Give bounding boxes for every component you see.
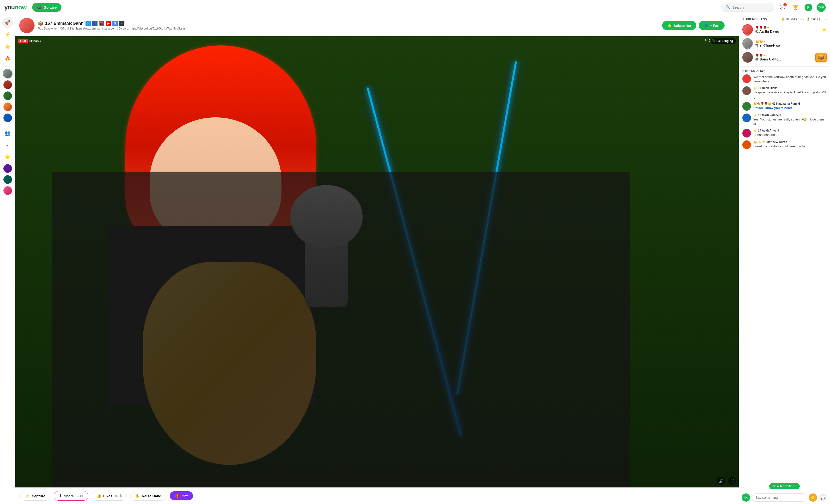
notifications-button[interactable]: 💬 1 [778, 3, 787, 12]
chat-body-5: 👑 ⭐ 21 Matthew Curtis i need my hoodie i… [754, 140, 827, 148]
like-icon: 👍 [97, 494, 101, 498]
facebook-icon[interactable]: f [92, 21, 97, 26]
user-avatar-button[interactable]: YOU [817, 3, 826, 12]
chat-avatar-0[interactable] [742, 74, 751, 83]
action-bar: ⚡ Capture ⬆ Share 3.1k 👍 Likes 5.1k ✋ Ra… [15, 488, 739, 504]
audience-title: AUDIENCE (172) [742, 17, 767, 21]
sidebar-icon-favorites[interactable]: ⭐ [2, 152, 13, 162]
sidebar-user-3[interactable] [3, 91, 12, 101]
streamer-name-row: 📦 167 EmmaMcGann 🐦 f 📷 ▶ G t [38, 21, 659, 26]
volume-button[interactable]: 🔊 [717, 477, 725, 485]
search-input[interactable] [732, 5, 770, 9]
rank-badge-1: #1 [745, 33, 750, 36]
chat-avatar-4[interactable] [742, 129, 751, 137]
chat-message-0: We met at the YouNow booth during VidCon… [742, 74, 827, 83]
left-sidebar: 🚀 ⚡ ⭐ 🔥 👥 ··· ⭐ [0, 15, 15, 504]
audience-member-1[interactable]: #1 🌹🌹🌹★ 52 Aarthi Davis ⭐ [742, 23, 827, 36]
sidebar-user-7[interactable] [3, 175, 12, 184]
sidebar-divider-2 [4, 125, 11, 125]
share-count: 3.1k [76, 494, 83, 498]
sidebar-user-4[interactable] [3, 102, 12, 111]
fan-button[interactable]: 👤 + Fan [699, 21, 725, 30]
streamer-emoji: 📦 [38, 21, 43, 26]
go-live-button[interactable]: 📹 Go Live [32, 3, 62, 12]
chat-username-4: ⭐ 14 Azah Anyeni [754, 129, 827, 132]
sidebar-icon-lightning[interactable]: ⚡ [2, 29, 13, 40]
instagram-icon[interactable]: 📷 [99, 21, 104, 26]
sidebar-icon-star[interactable]: ⭐ [2, 41, 13, 52]
streamer-info-bar: 📦 167 EmmaMcGann 🐦 f 📷 ▶ G t Pop Songwri… [15, 15, 739, 36]
share-icon: ⬆ [59, 494, 62, 498]
chat-text-3: Yes! Your stories are really so funny😂. … [754, 117, 827, 126]
chat-avatar-3[interactable] [742, 113, 751, 122]
audience-emojis-3: 🌹🌹★ [755, 54, 813, 57]
rewards-button[interactable]: P [804, 3, 813, 12]
gift-label: Gift [182, 494, 188, 498]
gift-button[interactable]: 🎁 Gift [170, 491, 193, 500]
chat-body-1: ⭐ 17 Dean Hicks He gave me a kiss at Pla… [754, 87, 827, 99]
tumblr-icon[interactable]: t [119, 21, 124, 26]
raised-count: 10 [798, 18, 801, 21]
raised-stat: ✋ Raised (10) [781, 18, 804, 21]
sidebar-user-8[interactable] [3, 186, 12, 195]
chat-avatar-2[interactable] [742, 102, 751, 111]
chest-reward[interactable]: 📦 [816, 53, 827, 62]
chat-emoji-button[interactable]: 💬 [819, 494, 827, 502]
chat-user-avatar[interactable]: YOU [742, 494, 750, 502]
chat-message-2: 👑🎭🌹🌹👑 42 Katayama Fumiki Rafael I know y… [742, 102, 827, 111]
chat-text-5: i need my hoodie its cold here now lol [754, 144, 827, 148]
google-icon[interactable]: G [113, 21, 118, 26]
chat-title: STREAM CHAT [739, 67, 830, 74]
sidebar-user-1[interactable] [3, 69, 12, 78]
likes-button[interactable]: 👍 Likes 5.1k [92, 491, 127, 501]
sidebar-user-5[interactable] [3, 113, 12, 123]
audience-member-3[interactable]: 🌹🌹★ 48 Boris Ukhtc... 📦 [742, 51, 827, 64]
chat-input[interactable] [752, 494, 807, 502]
capture-button[interactable]: ⚡ Capture [20, 491, 51, 501]
search-bar: 🔍 [722, 3, 774, 12]
social-icons: 🐦 f 📷 ▶ G t [86, 21, 124, 26]
trophy-button[interactable]: 🏆 [791, 3, 800, 12]
sidebar-icon-more[interactable]: ··· [2, 140, 13, 150]
chat-message-1: ⭐ 17 Dean Hicks He gave me a kiss at Pla… [742, 87, 827, 99]
audience-info-2: 👑👑★ 75 Yi Chun-Hwa [755, 40, 827, 47]
star-icon-1: ⭐ [754, 87, 757, 90]
chat-text-2: Rafael I know you're here! [754, 106, 827, 110]
subscribe-label: Subscribe [673, 24, 691, 28]
category-badge: 🎵 #1 Singing [711, 38, 736, 44]
audience-member-2[interactable]: #2 👑👑★ 75 Yi Chun-Hwa [742, 37, 827, 50]
youtube-icon[interactable]: ▶ [106, 21, 111, 26]
raise-hand-button[interactable]: ✋ Raise Hand [130, 491, 166, 501]
hand-icon: ✋ [135, 494, 140, 498]
sidebar-user-2[interactable] [3, 80, 12, 90]
chat-avatar-1[interactable] [742, 87, 751, 95]
likes-label: Likes [103, 494, 113, 498]
fullscreen-button[interactable]: ⛶ [728, 477, 736, 485]
subscribe-icon: ⭐ [667, 23, 672, 28]
audience-section: AUDIENCE (172) ✋ Raised (10) 🏅 Subs (15) [739, 15, 830, 66]
chat-text-1: He gave me a kiss at Playlist Live! Are … [754, 90, 827, 99]
capture-label: Capture [32, 494, 45, 498]
streamer-actions: ⭐ Subscribe 👤 + Fan ··· [662, 21, 735, 30]
more-options-button[interactable]: ··· [727, 22, 735, 29]
streamer-avatar[interactable] [19, 18, 35, 33]
sidebar-icon-people[interactable]: 👥 [2, 128, 13, 138]
music-icon: 🎵 [713, 39, 717, 43]
rank-badge-2: #2 [745, 47, 750, 49]
chat-avatar-5[interactable] [742, 140, 751, 149]
chat-coin-button[interactable]: ⭐ [809, 494, 817, 502]
new-messages-button[interactable]: NEW MESSAGES [769, 483, 800, 490]
hand-raised-icon: ✋ [781, 18, 785, 21]
right-sidebar: AUDIENCE (172) ✋ Raised (10) 🏅 Subs (15) [739, 15, 830, 504]
twitter-icon[interactable]: 🐦 [86, 21, 91, 26]
live-timer: 01:24:27 [29, 39, 41, 43]
subscribe-button[interactable]: ⭐ Subscribe [662, 21, 696, 30]
streamer-name-text: 167 EmmaMcGann [45, 21, 84, 26]
audience-name-3: 48 Boris Ukhtc... [755, 57, 813, 61]
share-button[interactable]: ⬆ Share 3.1k [54, 491, 88, 501]
gold-badge-1: ⭐ [822, 27, 827, 32]
chat-username-5: 👑 ⭐ 21 Matthew Curtis [754, 140, 827, 144]
sidebar-icon-rocket[interactable]: 🚀 [2, 17, 13, 28]
sidebar-user-6[interactable] [3, 164, 12, 173]
sidebar-icon-fire[interactable]: 🔥 [2, 53, 13, 64]
